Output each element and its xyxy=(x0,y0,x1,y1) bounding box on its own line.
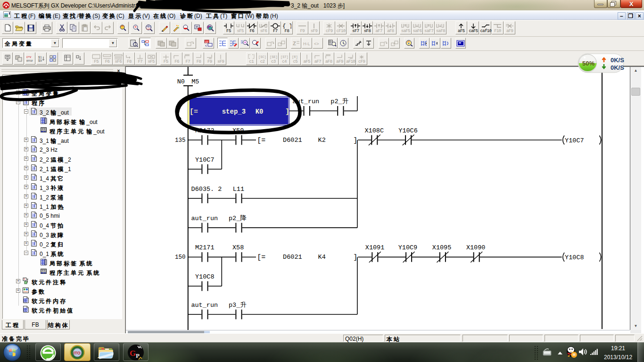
svg-text:c+v: c+v xyxy=(26,55,32,58)
svg-text:H-L: H-L xyxy=(303,41,310,46)
svg-text:[SC]: [SC] xyxy=(258,55,266,59)
svg-text:$1: $1 xyxy=(38,56,42,59)
svg-text:Z: Z xyxy=(293,41,296,46)
svg-text:ITO: ITO xyxy=(74,351,81,355)
svg-text:0K/S: 0K/S xyxy=(611,57,624,64)
svg-text:[ST]: [ST] xyxy=(281,55,289,59)
svg-text:0K/S: 0K/S xyxy=(611,64,624,71)
svg-text:<>: <> xyxy=(314,41,319,46)
svg-text:error: error xyxy=(26,59,33,62)
svg-text:P: P xyxy=(136,352,140,359)
svg-text:123: 123 xyxy=(147,27,151,30)
svg-text:50%: 50% xyxy=(582,60,594,67)
svg-text:[R]: [R] xyxy=(292,55,298,59)
svg-text:LD: LD xyxy=(205,41,208,43)
svg-text:{ }: { } xyxy=(282,23,291,29)
svg-text:[SE]: [SE] xyxy=(270,55,278,59)
svg-text:G: G xyxy=(130,349,136,358)
svg-text:$9: $9 xyxy=(38,59,42,62)
